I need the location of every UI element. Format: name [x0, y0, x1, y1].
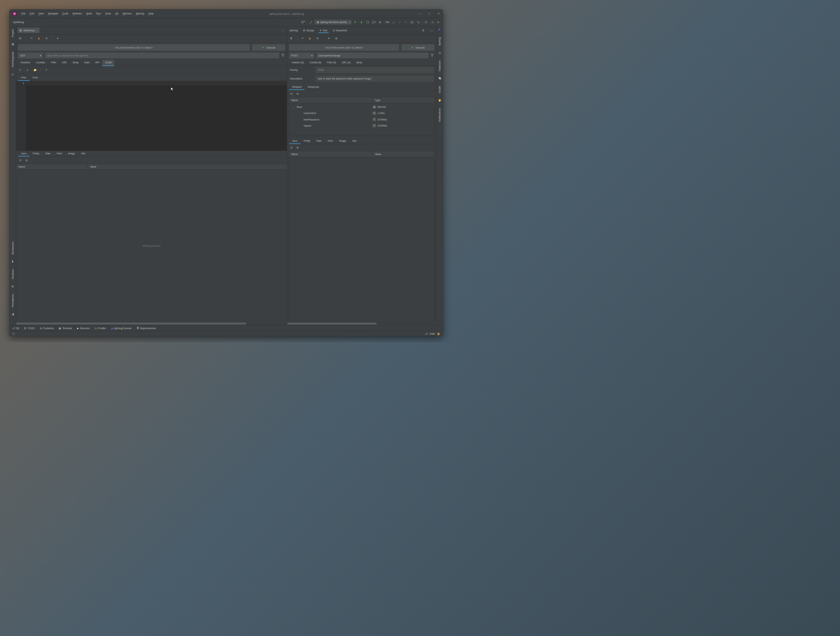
filter-icon[interactable] — [430, 53, 434, 57]
collapse-all-icon[interactable]: ⊞ — [24, 158, 29, 162]
gutter-bookmarks[interactable]: Bookmarks — [11, 241, 14, 255]
tab-raw[interactable]: Raw — [313, 138, 325, 144]
editor-tab-apidebug[interactable]: ▤ ApiDebug × — [17, 28, 39, 33]
sb-problems[interactable]: ⊘Problems — [40, 327, 54, 329]
tab-prior[interactable]: Prior — [18, 75, 30, 81]
apihug-icon[interactable]: ◢ — [438, 28, 441, 31]
hammer-icon[interactable]: ⚒ — [18, 68, 22, 72]
tree-icon[interactable]: ☰ — [289, 37, 293, 40]
sb-profiler[interactable]: ◷Profiler — [95, 327, 106, 329]
expand-all-icon[interactable]: ⊟ — [18, 158, 23, 162]
sb-services[interactable]: ▶Services — [77, 327, 90, 329]
profile-button[interactable]: ▾ — [371, 20, 376, 24]
database-icon[interactable]: ⛁ — [438, 52, 441, 55]
script-editor[interactable]: 1 — [16, 81, 287, 151]
tab-info[interactable]: Info — [78, 151, 88, 156]
gutter-database[interactable]: Database — [438, 60, 441, 72]
gutter-persistence[interactable]: Persistence — [11, 293, 14, 308]
gutter-project[interactable]: Project — [11, 28, 14, 38]
pr-icon[interactable]: ⎇ — [11, 73, 14, 76]
tab-path--0-[interactable]: Path (0) — [324, 60, 339, 66]
folder-icon[interactable]: 📁 — [33, 68, 37, 72]
import-icon[interactable]: ⤓ — [26, 68, 30, 72]
structure-icon[interactable]: ⊞ — [11, 285, 14, 288]
tab-raw[interactable]: Raw — [43, 151, 54, 156]
maximize-button[interactable]: □ — [427, 12, 431, 16]
environment-select[interactable]: <No Environment,Click To Select> — [18, 44, 250, 51]
tab-menu-icon[interactable]: ⋮ — [281, 28, 286, 33]
tab-json[interactable]: Json — [289, 138, 300, 144]
method-select-right[interactable]: POST — [289, 52, 314, 58]
tab-post[interactable]: Post — [30, 75, 41, 81]
menu-git[interactable]: Git — [114, 11, 120, 16]
layout-icon[interactable]: ▢ — [12, 332, 14, 335]
tab-cookie--0-[interactable]: Cookie (0) — [307, 60, 324, 66]
menu-apihug[interactable]: ApiHug — [134, 11, 146, 16]
filter-icon[interactable] — [281, 53, 285, 57]
coverage-button[interactable] — [365, 20, 370, 24]
collapse-all-icon[interactable]: ⊞ — [295, 91, 300, 96]
url-input-right[interactable]: /user/admin/change — [316, 52, 429, 58]
tab-headers[interactable]: Headers — [18, 60, 33, 66]
project-icon[interactable]: ▦ — [11, 43, 14, 46]
tab-url--0-[interactable]: URL (0) — [339, 60, 353, 66]
collapse-all-icon[interactable]: ⊞ — [295, 145, 300, 150]
tab-html[interactable]: Html — [54, 151, 65, 156]
branch-name[interactable]: main — [430, 332, 435, 335]
hug-tab-test[interactable]: ⚲ Test — [319, 28, 328, 33]
gutter-pull-requests[interactable]: Pull Requests — [11, 51, 14, 68]
tree-icon[interactable]: ☰ — [18, 37, 22, 40]
tab-pretty[interactable]: Pretty — [300, 138, 313, 144]
run-button[interactable] — [353, 20, 358, 24]
git-commit-icon[interactable] — [397, 20, 402, 24]
tree-row-customerid[interactable]: customerId12LONG — [289, 110, 435, 116]
tab-auth[interactable]: Auth — [82, 60, 92, 66]
tree-row-newpassword[interactable]: newPasswordASTRING — [289, 116, 435, 122]
gutter-apihug[interactable]: ApiHug — [438, 37, 441, 46]
ai-icon[interactable]: ✦ — [327, 37, 331, 40]
tab-cookies[interactable]: Cookies — [33, 60, 48, 66]
persistence-icon[interactable]: ◧ — [11, 313, 14, 316]
copy-icon[interactable]: ⧉ — [334, 37, 338, 40]
sb-apihugconsole[interactable]: ◢ApiHugConsole — [111, 327, 131, 329]
tab-image[interactable]: Image — [336, 138, 349, 144]
menu-build[interactable]: Build — [85, 11, 94, 16]
rollback-icon[interactable] — [416, 20, 421, 24]
history-icon[interactable] — [410, 20, 414, 24]
menu-run[interactable]: Run — [94, 11, 103, 16]
tab-header--0-[interactable]: Header (0) — [289, 60, 306, 66]
sb-todo[interactable]: ☰TODO — [24, 327, 35, 329]
tab-pretty[interactable]: Pretty — [30, 151, 42, 156]
lock-icon[interactable]: 🔒 — [437, 332, 440, 335]
close-tab-icon[interactable]: × — [36, 29, 38, 32]
tab-info[interactable]: Info — [349, 138, 360, 144]
method-select[interactable]: GET — [18, 52, 43, 58]
tab-body[interactable]: Body — [70, 60, 81, 66]
sb-dependencies[interactable]: ≣Dependencies — [137, 327, 156, 329]
search-icon[interactable] — [424, 20, 429, 24]
tab-response[interactable]: Response — [305, 84, 322, 90]
execute-button-right[interactable]: Execute — [401, 44, 434, 51]
menu-view[interactable]: View — [36, 11, 46, 16]
tree-row-root[interactable]: ⌄Root▦REFER — [289, 104, 435, 110]
tab-html[interactable]: Html — [325, 138, 336, 144]
tab-request[interactable]: Request — [289, 84, 305, 90]
tab-body[interactable]: Body — [354, 60, 365, 66]
sb-terminal[interactable]: ▣Terminal — [58, 327, 72, 329]
refresh-icon[interactable]: ⟲ — [316, 37, 319, 40]
tab-api[interactable]: API — [93, 60, 102, 66]
menu-refactor[interactable]: Refactor — [71, 11, 84, 16]
tree-row-reason[interactable]: reasonASTRING — [289, 123, 435, 129]
hug-tab-design[interactable]: ⊞ Design — [302, 28, 315, 33]
menu-window[interactable]: Window — [121, 11, 134, 16]
plugin-icon[interactable] — [436, 20, 441, 24]
description-value[interactable]: use to reset the password after password… — [316, 76, 433, 82]
tab-script[interactable]: Script — [103, 60, 114, 66]
expand-all-icon[interactable]: ⊟ — [289, 91, 294, 96]
tab-image[interactable]: Image — [65, 151, 78, 156]
ai-icon[interactable]: ✦ — [56, 37, 59, 40]
hug-tab-assemble[interactable]: ⊡ Assemble — [332, 28, 348, 33]
stop-button[interactable] — [378, 20, 382, 24]
expand-all-icon[interactable]: ⊟ — [289, 145, 294, 150]
refresh-icon[interactable]: ⟲ — [45, 37, 48, 40]
